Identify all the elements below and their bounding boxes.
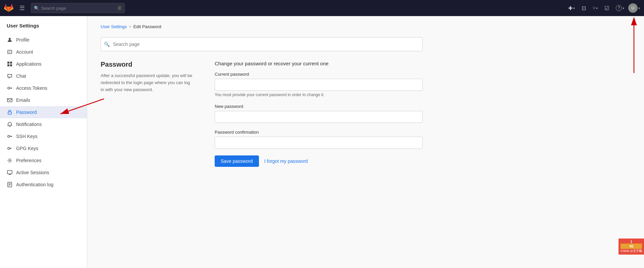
- password-icon: [7, 109, 13, 115]
- caret-down-icon: ▾: [573, 6, 575, 10]
- svg-rect-3: [10, 62, 12, 64]
- authentication-log-icon: [7, 182, 13, 188]
- svg-rect-5: [10, 64, 12, 66]
- active-sessions-icon: [7, 170, 13, 176]
- password-description-text: After a successful password update, you …: [101, 72, 195, 93]
- caret-down-icon: ▾: [638, 6, 640, 10]
- top-navigation: ☰ 🔍 / ✚ ▾ ⊡ ⑂ ▾ ☑ ? ▾ U ▾: [0, 0, 644, 16]
- new-password-group: New password: [215, 104, 423, 123]
- create-button[interactable]: ✚ ▾: [566, 4, 578, 13]
- main-content: User Settings > Edit Password 🔍 Password…: [87, 16, 644, 268]
- merge-requests-button[interactable]: ⑂ ▾: [590, 4, 600, 12]
- forgot-password-link[interactable]: I forgot my password: [264, 158, 308, 164]
- topnav-actions: ✚ ▾ ⊡ ⑂ ▾ ☑ ? ▾ U ▾: [566, 3, 640, 13]
- page-layout: User Settings Profile Account Applicatio…: [0, 16, 644, 268]
- sidebar-item-gpg-keys[interactable]: GPG Keys: [0, 142, 87, 154]
- user-avatar-wrap[interactable]: U ▾: [628, 3, 640, 13]
- csdn-badge: 1 45 CSDN @王子栋: [619, 239, 644, 255]
- sidebar-item-label: Password: [16, 110, 37, 115]
- sidebar-item-account[interactable]: Account: [0, 46, 87, 58]
- sidebar-item-ssh-keys[interactable]: SSH Keys: [0, 130, 87, 142]
- sidebar-item-label: Emails: [16, 97, 30, 103]
- search-input[interactable]: [41, 6, 115, 11]
- svg-rect-7: [7, 98, 12, 102]
- top-right-arrow-annotation: [631, 16, 637, 76]
- confirm-password-label: Password confirmation: [215, 130, 423, 135]
- ssh-keys-icon: [7, 133, 13, 139]
- gpg-keys-icon: [7, 145, 13, 151]
- form-actions: Save password I forgot my password: [215, 155, 423, 167]
- sidebar-item-authentication-log[interactable]: Authentication log: [0, 179, 87, 191]
- svg-rect-8: [8, 112, 11, 114]
- new-password-input[interactable]: [215, 111, 423, 123]
- avatar-placeholder: U: [632, 6, 635, 10]
- sidebar-item-preferences[interactable]: Preferences: [0, 154, 87, 166]
- svg-point-0: [9, 38, 11, 40]
- global-search[interactable]: 🔍 /: [31, 3, 125, 13]
- sidebar-item-chat[interactable]: Chat: [0, 70, 87, 82]
- page-search-input[interactable]: [101, 37, 423, 51]
- issues-button[interactable]: ⊡: [579, 4, 589, 13]
- sidebar-item-notifications[interactable]: Notifications: [0, 118, 87, 130]
- merge-requests-icon: ⑂: [593, 5, 595, 11]
- sidebar-item-access-tokens[interactable]: Access Tokens: [0, 82, 87, 94]
- confirm-password-input[interactable]: [215, 137, 423, 149]
- plus-icon: ✚: [568, 5, 573, 11]
- chat-icon: [7, 73, 13, 79]
- sidebar-item-label: Account: [16, 49, 33, 55]
- current-password-label: Current password: [215, 72, 423, 77]
- svg-rect-1: [8, 50, 12, 54]
- svg-rect-4: [7, 64, 9, 66]
- sidebar-item-active-sessions[interactable]: Active Sessions: [0, 166, 87, 179]
- sidebar: User Settings Profile Account Applicatio…: [0, 16, 87, 268]
- sidebar-item-password[interactable]: Password: [0, 106, 87, 118]
- gitlab-logo[interactable]: [4, 3, 13, 13]
- password-description: Password After a successful password upd…: [101, 61, 195, 167]
- password-form-heading: Change your password or recover your cur…: [215, 61, 423, 66]
- applications-icon: [7, 61, 13, 67]
- issues-icon: ⊡: [582, 5, 586, 11]
- sidebar-item-emails[interactable]: Emails: [0, 94, 87, 106]
- profile-icon: [7, 37, 13, 43]
- password-form: Change your password or recover your cur…: [215, 61, 423, 167]
- todos-icon: ☑: [604, 5, 609, 11]
- search-page-icon: 🔍: [104, 42, 110, 47]
- sidebar-item-applications[interactable]: Applications: [0, 58, 87, 70]
- todos-button[interactable]: ☑: [602, 4, 612, 13]
- sidebar-item-label: Notifications: [16, 122, 42, 127]
- breadcrumb: User Settings > Edit Password: [101, 24, 631, 29]
- breadcrumb-parent-link[interactable]: User Settings: [101, 24, 127, 29]
- sidebar-item-label: Preferences: [16, 158, 41, 163]
- sidebar-item-label: Active Sessions: [16, 170, 49, 175]
- search-icon: 🔍: [34, 6, 39, 11]
- breadcrumb-separator: >: [129, 24, 131, 29]
- sidebar-item-label: Profile: [16, 37, 30, 43]
- confirm-password-group: Password confirmation: [215, 130, 423, 149]
- current-password-hint: You must provide your current password i…: [215, 92, 423, 97]
- account-icon: [7, 49, 13, 55]
- user-avatar[interactable]: U: [628, 3, 638, 13]
- preferences-icon: [7, 157, 13, 163]
- password-section: Password After a successful password upd…: [101, 61, 423, 167]
- svg-point-10: [8, 147, 10, 149]
- sidebar-item-label: GPG Keys: [16, 146, 38, 151]
- breadcrumb-current: Edit Password: [133, 24, 161, 29]
- help-button[interactable]: ? ▾: [613, 4, 627, 12]
- sidebar-item-label: Chat: [16, 73, 26, 79]
- search-slash-key: /: [117, 6, 122, 10]
- current-password-input[interactable]: [215, 79, 423, 91]
- svg-rect-12: [7, 171, 12, 174]
- new-password-label: New password: [215, 104, 423, 109]
- caret-down-icon: ▾: [623, 6, 624, 10]
- save-password-button[interactable]: Save password: [215, 155, 259, 167]
- sidebar-item-profile[interactable]: Profile: [0, 34, 87, 46]
- sidebar-item-label: SSH Keys: [16, 134, 38, 139]
- password-title: Password: [101, 61, 195, 68]
- sidebar-item-label: Access Tokens: [16, 85, 47, 91]
- help-icon: ?: [616, 5, 622, 11]
- sidebar-title: User Settings: [0, 23, 87, 34]
- page-search-wrap: 🔍: [101, 37, 631, 51]
- svg-point-6: [8, 87, 10, 89]
- svg-point-11: [9, 160, 11, 161]
- hamburger-menu[interactable]: ☰: [17, 3, 27, 13]
